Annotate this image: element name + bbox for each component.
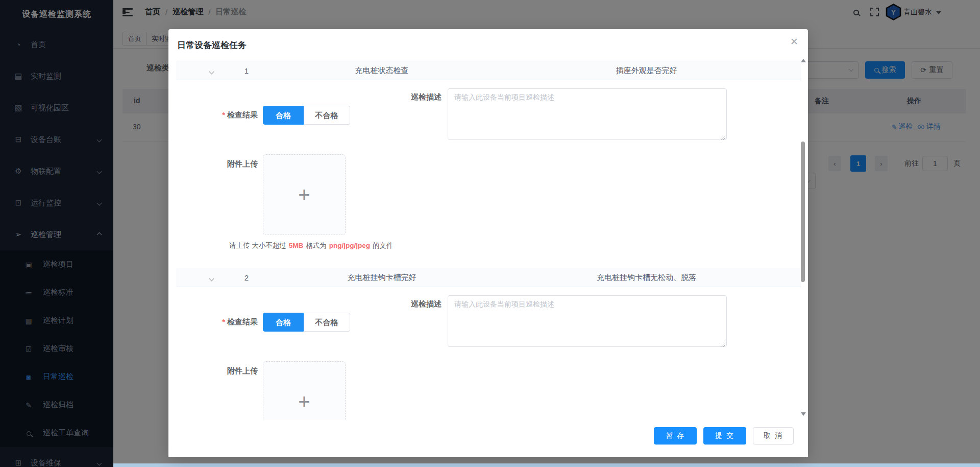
modal-title: 日常设备巡检任务 <box>177 40 247 50</box>
section-standard: 充电桩挂钩卡槽无松动、脱落 <box>492 273 801 283</box>
chevron-down-icon <box>209 69 214 74</box>
pass-button[interactable]: 合格 <box>263 313 304 332</box>
upload-row: 附件上传 请上传 大小不超过5MB格式为png/jpg/jpeg的文件 <box>176 154 801 250</box>
result-desc-row: 检查结果 合格 不合格 巡检描述 <box>176 287 801 361</box>
section-item-name: 充电桩挂钩卡槽完好 <box>272 273 492 283</box>
result-toggle: 合格 不合格 <box>263 313 350 332</box>
resize-handle-icon[interactable] <box>720 134 725 140</box>
section-item-name: 充电桩状态检查 <box>272 66 492 76</box>
pass-button[interactable]: 合格 <box>263 106 304 125</box>
modal-footer: 暂 存 提 交 取 消 <box>168 420 808 457</box>
fail-button[interactable]: 不合格 <box>304 106 350 125</box>
section-standard: 插座外观是否完好 <box>492 66 801 76</box>
cancel-button[interactable]: 取 消 <box>753 427 794 445</box>
result-label: 检查结果 <box>211 110 258 120</box>
modal-body: 1 充电桩状态检查 插座外观是否完好 检查结果 合格 不合格 巡检描述 <box>176 53 801 449</box>
app-root: 设备巡检监测系统 首页 实时监测 可视化园区 设备台账 物联配置 运行监控 <box>0 0 980 467</box>
desc-label: 巡检描述 <box>405 299 442 349</box>
desc-label: 巡检描述 <box>405 92 442 142</box>
section-header[interactable]: 2 充电桩挂钩卡槽完好 充电桩挂钩卡槽无松动、脱落 <box>176 268 801 287</box>
upload-label: 附件上传 <box>211 159 258 250</box>
inspection-section-1: 1 充电桩状态检查 插座外观是否完好 检查结果 合格 不合格 巡检描述 <box>176 61 801 250</box>
scroll-down-icon[interactable] <box>801 412 806 416</box>
submit-button[interactable]: 提 交 <box>703 427 746 445</box>
modal-header: 日常设备巡检任务 <box>168 29 808 53</box>
close-icon[interactable] <box>789 36 800 48</box>
result-toggle: 合格 不合格 <box>263 106 350 125</box>
modal-scrollbar <box>800 55 805 420</box>
resize-handle-icon[interactable] <box>720 341 725 347</box>
inspection-desc-textarea[interactable] <box>448 88 727 140</box>
fail-button[interactable]: 不合格 <box>304 313 350 332</box>
save-draft-button[interactable]: 暂 存 <box>654 427 697 445</box>
upload-hint: 请上传 大小不超过5MB格式为png/jpg/jpeg的文件 <box>229 241 394 250</box>
horizontal-scrollbar[interactable] <box>113 463 980 467</box>
inspection-section-2: 2 充电桩挂钩卡槽完好 充电桩挂钩卡槽无松动、脱落 检查结果 合格 不合格 巡检… <box>176 268 801 442</box>
result-desc-row: 检查结果 合格 不合格 巡检描述 <box>176 80 801 154</box>
plus-icon <box>298 391 310 412</box>
inspection-desc-textarea[interactable] <box>448 295 727 347</box>
section-index: 1 <box>221 66 272 75</box>
chevron-down-icon <box>209 276 214 281</box>
result-label: 检查结果 <box>211 317 258 327</box>
scrollbar-thumb[interactable] <box>801 142 805 282</box>
section-header[interactable]: 1 充电桩状态检查 插座外观是否完好 <box>176 61 801 80</box>
scroll-up-icon[interactable] <box>801 59 806 62</box>
daily-inspection-modal: 日常设备巡检任务 1 充电桩状态检查 插座外观是否完好 检查结果 合格 <box>168 29 808 457</box>
upload-dropzone[interactable] <box>263 154 346 235</box>
plus-icon <box>298 184 310 205</box>
section-index: 2 <box>221 273 272 282</box>
